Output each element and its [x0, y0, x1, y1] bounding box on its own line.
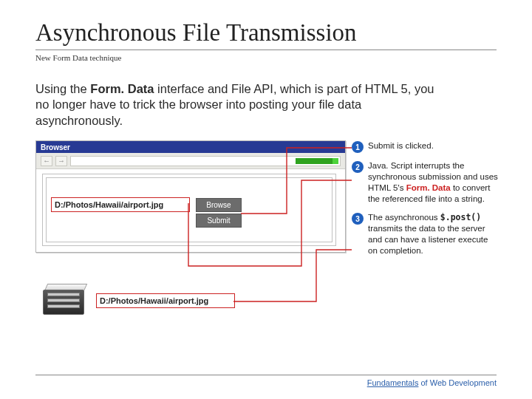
- browse-button[interactable]: Browse: [196, 198, 242, 212]
- browser-viewport: D:/Photos/Hawaii/airport.jpg Browse Subm…: [36, 169, 345, 250]
- callout-text-1: Submit is clicked.: [368, 140, 434, 153]
- callout-3-post: transmits the data to the server and can…: [368, 224, 488, 255]
- title-rule: [35, 50, 497, 50]
- callout-3-pre: The asynchronous: [368, 213, 440, 222]
- body-paragraph: Using the Form. Data interface and File …: [35, 81, 449, 129]
- body-pre: Using the: [35, 82, 90, 95]
- slide-title: Asynchronous File Transmission: [35, 19, 497, 47]
- address-bar[interactable]: [70, 156, 341, 166]
- callout-number-1: 1: [352, 141, 364, 153]
- callout-number-3: 3: [352, 213, 364, 225]
- callout-number-2: 2: [352, 161, 364, 173]
- callout-1: 1 Submit is clicked.: [352, 140, 498, 153]
- callout-3-mono: $.post(): [440, 212, 481, 222]
- callout-2-keyword: Form. Data: [406, 183, 451, 192]
- footer-text: Fundamentals of Web Development: [35, 378, 497, 387]
- slide-subtitle: New Form Data technique: [35, 53, 497, 62]
- forward-button[interactable]: →: [55, 156, 67, 166]
- body-bold: Form. Data: [90, 82, 154, 95]
- callout-list: 1 Submit is clicked. 2 Java. Script inte…: [352, 140, 498, 264]
- callout-3: 3 The asynchronous $.post() transmits th…: [352, 212, 498, 256]
- footer-rule: [35, 375, 497, 375]
- file-path-input[interactable]: D:/Photos/Hawaii/airport.jpg: [51, 197, 190, 212]
- browser-titlebar: Browser: [36, 141, 345, 153]
- browser-title: Browser: [41, 143, 70, 151]
- server-icon: [43, 284, 89, 318]
- footer: Fundamentals of Web Development: [35, 375, 497, 387]
- callout-2: 2 Java. Script interrupts the synchronou…: [352, 160, 498, 205]
- browser-toolbar: ← →: [36, 153, 345, 169]
- browser-window: Browser ← → D:/Photos/Hawaii/airport.jpg…: [35, 140, 346, 253]
- back-button[interactable]: ←: [41, 156, 52, 166]
- server-area: D:/Photos/Hawaii/airport.jpg: [43, 284, 235, 318]
- callout-text-3: The asynchronous $.post() transmits the …: [368, 212, 498, 256]
- server-file-box: D:/Photos/Hawaii/airport.jpg: [96, 293, 235, 308]
- progress-indicator: [296, 158, 337, 164]
- submit-button[interactable]: Submit: [196, 214, 242, 228]
- footer-word1: Fundamentals: [367, 378, 419, 387]
- footer-rest: of Web Development: [418, 378, 497, 387]
- diagram: Browser ← → D:/Photos/Hawaii/airport.jpg…: [35, 140, 497, 340]
- callout-text-2: Java. Script interrupts the synchronous …: [368, 160, 498, 205]
